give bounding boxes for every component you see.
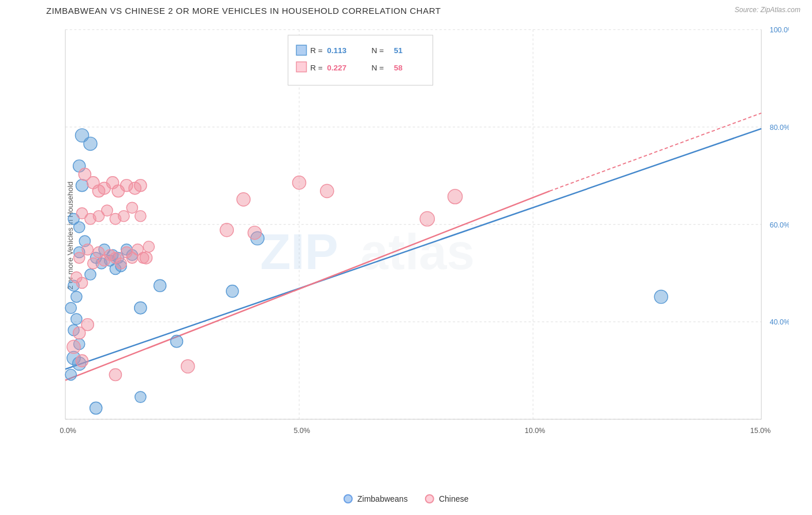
svg-rect-26 [296, 62, 306, 72]
svg-point-106 [109, 368, 121, 380]
svg-point-52 [74, 222, 85, 233]
svg-point-71 [82, 244, 93, 255]
svg-point-108 [220, 223, 233, 237]
svg-text:51: 51 [394, 46, 403, 55]
legend-label-zimbabweans: Zimbabweans [357, 494, 408, 503]
svg-text:ZIP: ZIP [260, 223, 338, 279]
svg-point-61 [65, 369, 76, 380]
chart-container: ZIMBABWEAN VS CHINESE 2 OR MORE VEHICLES… [0, 0, 812, 515]
legend-dot-pink [425, 494, 434, 503]
svg-point-115 [448, 189, 462, 204]
svg-text:0.227: 0.227 [327, 64, 347, 72]
svg-point-99 [135, 211, 146, 222]
chart-title: ZIMBABWEAN VS CHINESE 2 OR MORE VEHICLES… [12, 6, 800, 16]
svg-point-97 [118, 211, 129, 222]
svg-point-72 [88, 258, 99, 269]
chart-legend: Zimbabweans Chinese [344, 494, 469, 503]
legend-dot-blue [344, 494, 353, 503]
svg-rect-21 [296, 45, 306, 55]
svg-point-109 [248, 226, 261, 240]
svg-point-114 [420, 212, 434, 226]
svg-point-55 [65, 303, 76, 314]
svg-line-33 [550, 113, 761, 191]
svg-point-48 [84, 137, 97, 150]
svg-point-103 [73, 327, 85, 339]
svg-point-64 [170, 335, 182, 348]
svg-text:N =: N = [371, 64, 383, 72]
svg-text:atlas: atlas [360, 223, 475, 279]
svg-point-95 [102, 205, 113, 216]
svg-text:R =: R = [310, 64, 322, 72]
svg-point-107 [140, 252, 152, 264]
svg-point-112 [321, 184, 334, 197]
svg-point-67 [135, 391, 146, 402]
svg-point-36 [85, 269, 96, 280]
svg-point-63 [154, 279, 166, 292]
svg-text:10.0%: 10.0% [525, 427, 546, 435]
svg-point-70 [74, 252, 85, 263]
svg-text:60.0%: 60.0% [770, 221, 789, 229]
svg-text:5.0%: 5.0% [293, 427, 310, 435]
svg-point-104 [67, 340, 80, 353]
svg-text:40.0%: 40.0% [770, 318, 789, 326]
scatter-chart: 100.0% 80.0% 60.0% 40.0% 0.0% 5.0% 10.0%… [43, 18, 789, 453]
source-label: Source: ZipAtlas.com [735, 6, 800, 14]
svg-point-91 [135, 180, 147, 192]
svg-line-31 [65, 129, 761, 369]
legend-label-chinese: Chinese [439, 494, 468, 503]
svg-point-111 [292, 176, 306, 189]
svg-text:N =: N = [371, 46, 383, 55]
svg-point-105 [76, 354, 88, 367]
svg-text:15.0%: 15.0% [750, 427, 771, 435]
svg-point-56 [71, 314, 82, 324]
legend-item-chinese: Chinese [425, 494, 468, 503]
svg-point-77 [116, 258, 126, 269]
svg-text:80.0%: 80.0% [770, 124, 789, 132]
svg-point-113 [181, 360, 195, 373]
svg-point-65 [226, 285, 239, 297]
svg-text:R =: R = [310, 46, 322, 55]
svg-point-98 [126, 202, 137, 213]
svg-point-101 [76, 277, 87, 288]
svg-point-50 [76, 180, 88, 192]
svg-rect-20 [288, 35, 433, 85]
svg-text:100.0%: 100.0% [770, 26, 789, 34]
svg-text:0.113: 0.113 [327, 46, 347, 55]
svg-point-82 [143, 241, 154, 252]
svg-point-54 [71, 291, 82, 302]
svg-point-68 [90, 402, 102, 414]
svg-text:58: 58 [394, 64, 403, 72]
legend-item-zimbabweans: Zimbabweans [344, 494, 408, 503]
svg-point-62 [135, 302, 147, 314]
svg-point-69 [654, 290, 668, 303]
svg-text:0.0%: 0.0% [59, 427, 76, 435]
svg-point-110 [237, 193, 250, 206]
